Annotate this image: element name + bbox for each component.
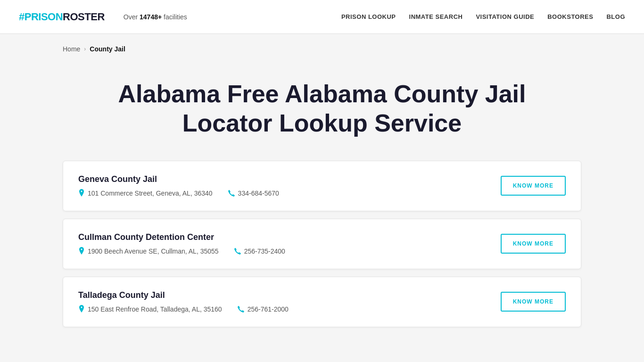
facility-card: Cullman County Detention Center 1900 Bee… xyxy=(63,219,581,269)
facility-address: 150 East Renfroe Road, Talladega, AL, 35… xyxy=(78,305,222,313)
logo-roster: ROSTER xyxy=(63,11,105,23)
facility-name: Cullman County Detention Center xyxy=(78,232,489,242)
facility-info: Cullman County Detention Center 1900 Bee… xyxy=(78,232,489,255)
facility-address-text: 1900 Beech Avenue SE, Cullman, AL, 35055 xyxy=(88,247,219,255)
phone-icon xyxy=(228,189,235,197)
facilities-count-label: Over 14748+ facilities xyxy=(124,13,187,21)
breadcrumb-separator: › xyxy=(84,46,86,52)
nav-visitation-guide[interactable]: VISITATION GUIDE xyxy=(476,13,534,20)
facility-card: Geneva County Jail 101 Commerce Street, … xyxy=(63,161,581,211)
location-icon xyxy=(78,305,85,313)
facility-address-text: 101 Commerce Street, Geneva, AL, 36340 xyxy=(88,189,213,197)
page-title-section: Alabama Free Alabama County Jail Locator… xyxy=(63,60,581,161)
facility-name: Geneva County Jail xyxy=(78,174,489,184)
nav-prison-lookup[interactable]: PRISON LOOKUP xyxy=(341,13,396,20)
facility-phone-text: 256-761-2000 xyxy=(248,305,289,313)
facility-card: Talladega County Jail 150 East Renfroe R… xyxy=(63,277,581,327)
navbar: #PRISONROSTER Over 14748+ facilities PRI… xyxy=(0,0,644,34)
nav-inmate-search[interactable]: INMATE SEARCH xyxy=(409,13,463,20)
breadcrumb: Home › County Jail xyxy=(63,34,581,60)
page-title: Alabama Free Alabama County Jail Locator… xyxy=(110,79,534,138)
know-more-button[interactable]: KNOW MORE xyxy=(501,234,566,254)
nav-bookstores[interactable]: BOOKSTORES xyxy=(547,13,593,20)
main-content: Home › County Jail Alabama Free Alabama … xyxy=(44,34,600,346)
facilities-count-number: 14748+ xyxy=(140,13,162,21)
facility-list: Geneva County Jail 101 Commerce Street, … xyxy=(63,161,581,346)
facility-address-text: 150 East Renfroe Road, Talladega, AL, 35… xyxy=(88,305,222,313)
nav-blog[interactable]: BLOG xyxy=(606,13,625,20)
facility-meta: 101 Commerce Street, Geneva, AL, 36340 3… xyxy=(78,189,489,197)
facility-address: 1900 Beech Avenue SE, Cullman, AL, 35055 xyxy=(78,247,219,255)
breadcrumb-home-link[interactable]: Home xyxy=(63,45,80,53)
facility-phone: 256-735-2400 xyxy=(234,247,285,255)
nav-links: PRISON LOOKUP INMATE SEARCH VISITATION G… xyxy=(341,13,625,20)
logo-hash: # xyxy=(19,11,25,23)
facility-phone-text: 256-735-2400 xyxy=(244,247,285,255)
phone-icon xyxy=(237,305,245,313)
location-icon xyxy=(78,189,85,197)
facility-meta: 1900 Beech Avenue SE, Cullman, AL, 35055… xyxy=(78,247,489,255)
site-logo[interactable]: #PRISONROSTER xyxy=(19,11,105,23)
facility-phone-text: 334-684-5670 xyxy=(238,189,279,197)
facility-info: Geneva County Jail 101 Commerce Street, … xyxy=(78,174,489,197)
know-more-button[interactable]: KNOW MORE xyxy=(501,176,566,196)
facility-address: 101 Commerce Street, Geneva, AL, 36340 xyxy=(78,189,213,197)
facility-phone: 256-761-2000 xyxy=(237,305,289,313)
breadcrumb-current: County Jail xyxy=(90,45,125,53)
facility-meta: 150 East Renfroe Road, Talladega, AL, 35… xyxy=(78,305,489,313)
facility-name: Talladega County Jail xyxy=(78,290,489,300)
location-icon xyxy=(78,247,85,255)
phone-icon xyxy=(234,247,241,255)
know-more-button[interactable]: KNOW MORE xyxy=(501,292,566,312)
facility-info: Talladega County Jail 150 East Renfroe R… xyxy=(78,290,489,313)
facility-phone: 334-684-5670 xyxy=(228,189,279,197)
logo-prison: PRISON xyxy=(25,11,63,23)
